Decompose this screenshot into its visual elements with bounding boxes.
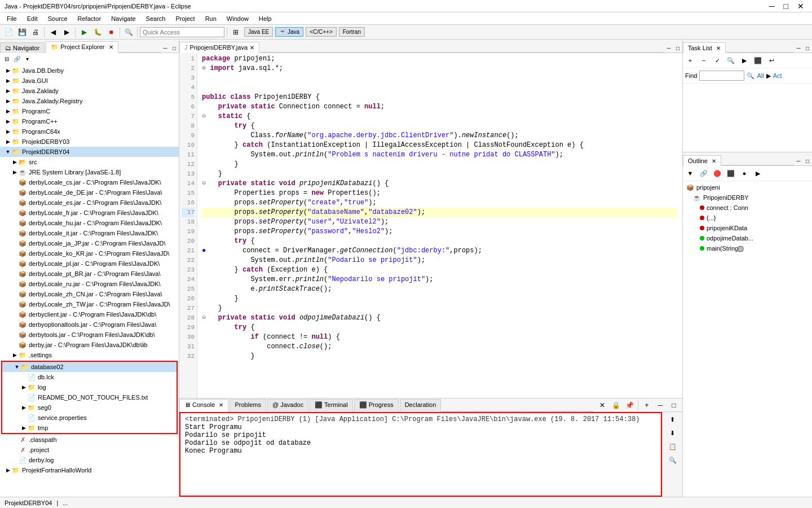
console-clear-btn[interactable]: ✕ <box>596 399 608 411</box>
task-btn-5[interactable]: ▶ <box>738 54 751 67</box>
outline-close[interactable]: ✕ <box>712 158 716 164</box>
console-scroll-lock[interactable]: 🔒 <box>610 399 622 411</box>
toolbar-debug[interactable]: 🐛 <box>91 26 104 38</box>
toolbar-forward[interactable]: ▶ <box>60 26 73 38</box>
tree-item-derby-de[interactable]: 📦 derbyLocale_de_DE.jar - C:\Program Fil… <box>0 187 179 198</box>
task-btn-4[interactable]: 🔍 <box>725 54 737 67</box>
console-pin[interactable]: 📌 <box>623 399 636 411</box>
link-editor-btn[interactable]: 🔗 <box>12 54 21 63</box>
tree-item-tmp[interactable]: ▶ 📁 tmp <box>2 423 176 433</box>
tree-item-seg0[interactable]: ▶ 📁 seg0 <box>2 402 176 413</box>
menu-search[interactable]: Search <box>142 14 170 23</box>
collapse-all-btn[interactable]: ⊟ <box>2 54 11 63</box>
outline-btn-5[interactable]: ● <box>738 167 751 179</box>
console-new[interactable]: + <box>641 399 653 411</box>
outline-btn-4[interactable]: ⬛ <box>725 167 737 179</box>
tree-item-project[interactable]: ✗ .project <box>0 445 179 455</box>
menu-source[interactable]: Source <box>43 14 72 23</box>
console-btn-1[interactable]: ⬆ <box>667 413 679 426</box>
tree-item-jre[interactable]: ▶ ☕ JRE System Library [JavaSE-1.8] <box>0 167 179 177</box>
tree-item-derby-jar[interactable]: 📦 derby.jar - C:\Program Files\JavaJDK\d… <box>0 340 179 350</box>
tree-item-projektderby04[interactable]: ▼ 📁 ProjektDERBY04 <box>0 147 179 157</box>
task-btn-2[interactable]: − <box>698 54 710 67</box>
tree-item-programc64x[interactable]: ▶ 📁 ProgramC64x <box>0 126 179 137</box>
toolbar-run[interactable]: ▶ <box>78 26 90 38</box>
close-button[interactable]: ✕ <box>794 2 807 11</box>
toolbar-new[interactable]: 📄 <box>2 26 15 38</box>
task-list-close[interactable]: ✕ <box>716 45 721 51</box>
tab-outline[interactable]: Outline ✕ <box>683 155 721 166</box>
find-act-btn[interactable]: Act <box>773 72 782 79</box>
maximize-button[interactable]: □ <box>780 2 792 11</box>
tree-item-derby-pl[interactable]: 📦 derbyLocale_pl.jar - C:\Program Files\… <box>0 259 179 269</box>
perspective-javaee[interactable]: Java EE <box>244 27 273 37</box>
tree-item-derby-zhtw[interactable]: 📦 derbyLocale_zh_TW.jar - C:\Program Fil… <box>0 299 179 309</box>
tab-navigator[interactable]: 🗂 Navigator <box>0 42 45 53</box>
tree-item-derby-zhcn[interactable]: 📦 derbyLocale_zh_CN.jar - C:\Program Fil… <box>0 289 179 299</box>
console-btn-2[interactable]: ⬇ <box>667 427 679 439</box>
tree-item-programc[interactable]: ▶ 📁 ProgramC <box>0 106 179 116</box>
perspective-fortran[interactable]: Fortran <box>339 27 365 37</box>
tree-item-service-properties[interactable]: 📄 service.properties <box>2 413 176 423</box>
code-editor[interactable]: 1234 5678 9101112 13141516 1718 19202122… <box>179 53 682 398</box>
tab-task-list[interactable]: Task List ✕ <box>683 42 726 53</box>
tab-javadoc[interactable]: @ Javadoc <box>267 399 308 412</box>
toolbar-back[interactable]: ◀ <box>47 26 59 38</box>
console-output[interactable]: <terminated> PripojeniDERBY (1) [Java Ap… <box>179 412 662 497</box>
menu-navigate[interactable]: Navigate <box>107 14 140 23</box>
tree-item-derby-it[interactable]: 📦 derbyLocale_it.jar - C:\Program Files\… <box>0 228 179 238</box>
tree-item-derby-cs[interactable]: 📦 derbyLocale_cs.jar - C:\Program Files\… <box>0 177 179 187</box>
tree-item-derby-ru[interactable]: 📦 derbyLocale_ru.jar - C:\Program Files\… <box>0 279 179 289</box>
tab-declaration[interactable]: Declaration <box>400 399 442 412</box>
code-content[interactable]: package pripojeni; ⊕ import java.sql.*; … <box>197 53 682 398</box>
outline-btn-3[interactable]: 🔴 <box>711 167 723 179</box>
project-explorer-close[interactable]: ✕ <box>109 44 113 50</box>
task-maximize[interactable]: □ <box>803 43 812 52</box>
menu-run[interactable]: Run <box>201 14 221 23</box>
tree-item-derbyoptional[interactable]: 📦 derbyoptionaltools.jar - C:\Program Fi… <box>0 319 179 330</box>
task-btn-6[interactable]: ⬛ <box>752 54 764 67</box>
editor-tab-close[interactable]: ✕ <box>250 45 254 51</box>
tree-item-java-db-derby[interactable]: ▶ 📁 Java.DB.Derby <box>0 65 179 76</box>
console-btn-4[interactable]: 🔍 <box>667 454 679 466</box>
menu-project[interactable]: Project <box>171 14 199 23</box>
tree-item-java-gui[interactable]: ▶ 📁 Java.GUI <box>0 76 179 86</box>
outline-item-main[interactable]: main(String[]) <box>684 243 811 253</box>
console-tab-close[interactable]: ✕ <box>219 402 223 408</box>
left-panel-minimize[interactable]: ─ <box>161 43 170 52</box>
tab-pripojeni-derby[interactable]: J PripojeniDERBY.java ✕ <box>179 42 259 53</box>
outline-item-class[interactable]: ☕ PripojeniDERBY <box>684 192 811 203</box>
tree-item-db-lck[interactable]: 📄 db.lck <box>2 372 176 382</box>
outline-minimize[interactable]: ─ <box>794 156 803 165</box>
task-btn-3[interactable]: ✓ <box>711 54 723 67</box>
menu-file[interactable]: File <box>2 14 21 23</box>
editor-minimize[interactable]: ─ <box>664 43 673 52</box>
menu-window[interactable]: Window <box>222 14 253 23</box>
perspective-java[interactable]: ☕ Java <box>275 27 303 37</box>
code-editor-area[interactable]: 1234 5678 9101112 13141516 1718 19202122… <box>179 53 682 398</box>
outline-btn-1[interactable]: ▼ <box>684 167 696 179</box>
tab-progress[interactable]: ⬛ Progress <box>354 399 399 412</box>
tree-item-derby-ja[interactable]: 📦 derbyLocale_ja_JP.jar - C:\Program Fil… <box>0 238 179 248</box>
console-minimize[interactable]: ─ <box>654 399 667 411</box>
task-btn-7[interactable]: ↩ <box>765 54 778 67</box>
tree-item-derby-fr[interactable]: 📦 derbyLocale_fr.jar - C:\Program Files\… <box>0 208 179 218</box>
tab-project-explorer[interactable]: 📁 Project Explorer ✕ <box>46 41 118 53</box>
task-btn-1[interactable]: + <box>684 54 696 67</box>
toolbar-search[interactable]: 🔍 <box>122 26 135 38</box>
outline-btn-6[interactable]: ▶ <box>752 167 764 179</box>
outline-maximize[interactable]: □ <box>803 156 812 165</box>
editor-maximize[interactable]: □ <box>673 43 682 52</box>
tree-item-readme[interactable]: 📄 README_DO_NOT_TOUCH_FILES.txt <box>2 392 176 402</box>
console-btn-3[interactable]: 📋 <box>667 440 679 453</box>
tree-item-projektderby03[interactable]: ▶ 📁 ProjektDERBY03 <box>0 137 179 147</box>
tree-item-src[interactable]: ▶ 📂 src <box>0 157 179 167</box>
outline-item-odpojime[interactable]: odpojimeDatab... <box>684 233 811 243</box>
find-all-btn[interactable]: All <box>757 72 764 79</box>
find-search-icon[interactable]: 🔍 <box>747 72 754 80</box>
tab-problems[interactable]: Problems <box>230 399 266 412</box>
tree-item-log[interactable]: ▶ 📁 log <box>2 382 176 392</box>
toolbar-save[interactable]: 💾 <box>16 26 28 38</box>
minimize-button[interactable]: ─ <box>766 2 778 11</box>
toolbar-print[interactable]: 🖨 <box>29 26 42 38</box>
